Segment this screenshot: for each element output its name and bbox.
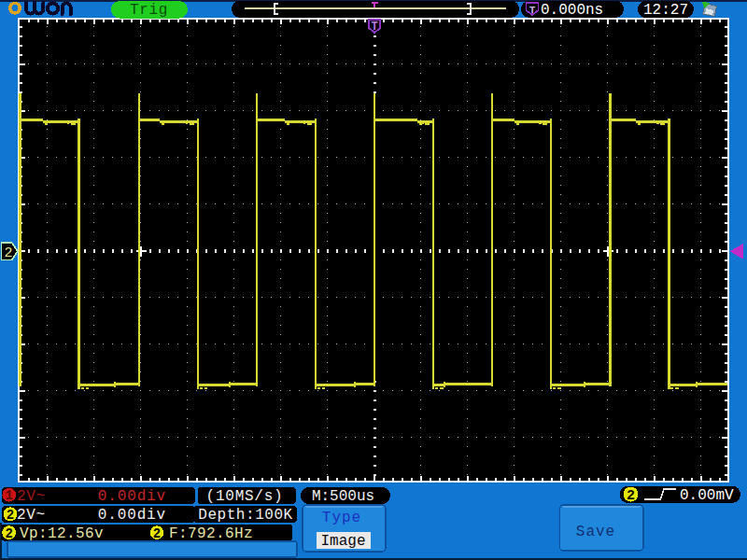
svg-text:2V~: 2V~: [17, 488, 46, 505]
svg-text:Vp:12.56v: Vp:12.56v: [20, 525, 104, 542]
svg-text:(10MS/s): (10MS/s): [206, 488, 284, 505]
svg-text:Type: Type: [322, 510, 361, 526]
svg-text:0.000ns: 0.000ns: [541, 2, 603, 19]
svg-text:T: T: [371, 21, 377, 34]
svg-text:2: 2: [5, 526, 12, 541]
svg-text:2: 2: [5, 245, 13, 261]
svg-text:M:500us: M:500us: [312, 488, 374, 505]
svg-text:0.00div: 0.00div: [98, 507, 166, 524]
svg-text:T: T: [529, 5, 536, 16]
svg-text:Depth:100K: Depth:100K: [198, 507, 293, 524]
svg-text:1: 1: [6, 488, 13, 503]
svg-text:0.00mV: 0.00mV: [680, 487, 734, 504]
svg-text:12:27: 12:27: [643, 2, 688, 19]
svg-text:Trig: Trig: [130, 2, 168, 19]
svg-text:Save: Save: [576, 524, 615, 540]
svg-text:F:792.6Hz: F:792.6Hz: [169, 525, 253, 542]
svg-text:Image: Image: [320, 533, 365, 550]
svg-text:2: 2: [627, 488, 635, 504]
svg-text:2: 2: [153, 526, 161, 541]
svg-text:2V~: 2V~: [17, 507, 46, 524]
svg-text:0.00div: 0.00div: [98, 488, 166, 505]
svg-text:2: 2: [7, 508, 14, 523]
